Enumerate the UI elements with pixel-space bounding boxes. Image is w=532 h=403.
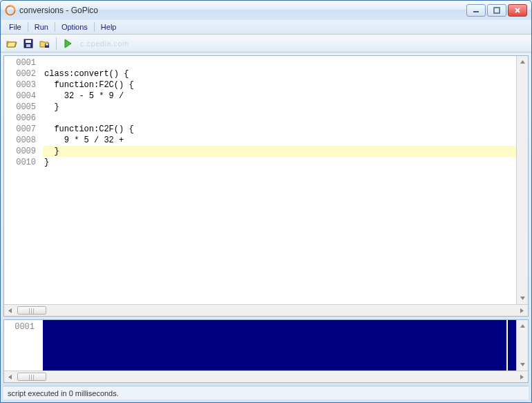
menu-help[interactable]: Help	[95, 21, 122, 32]
editor-pane: 0001000200030004000500060007000800090010…	[3, 55, 529, 317]
line-number: 0005	[4, 102, 36, 113]
scroll-thumb[interactable]	[17, 373, 46, 381]
svg-rect-1	[473, 11, 479, 12]
code-line[interactable]: 9 * 5 / 32 +	[43, 135, 516, 146]
line-number: 0004	[4, 91, 36, 102]
line-number: 0010	[4, 157, 36, 168]
status-text: script executed in 0 milliseconds.	[8, 389, 119, 397]
code-line[interactable]: }	[43, 146, 516, 157]
folder-save-icon	[39, 38, 50, 49]
scroll-thumb[interactable]	[17, 306, 46, 315]
scroll-track[interactable]	[16, 371, 516, 382]
vertical-scrollbar[interactable]	[516, 56, 528, 304]
menu-separator	[55, 22, 55, 32]
scroll-track[interactable]	[16, 305, 516, 316]
toolbar-separator	[56, 37, 57, 50]
svg-rect-2	[494, 8, 500, 13]
window-title: conversions - GoPico	[19, 6, 466, 15]
vertical-scrollbar[interactable]	[516, 320, 528, 371]
menu-separator	[28, 22, 28, 32]
code-line[interactable]: class:convert() {	[43, 68, 516, 79]
scroll-down-icon[interactable]	[517, 292, 528, 304]
line-number: 0002	[4, 68, 36, 79]
svg-rect-7	[46, 44, 48, 45]
statusbar: script executed in 0 milliseconds.	[3, 386, 529, 400]
scroll-up-icon[interactable]	[517, 320, 528, 332]
menubar: File Run Options Help	[1, 20, 531, 35]
window-controls	[466, 4, 527, 17]
save-button[interactable]	[21, 37, 35, 50]
code-line[interactable]: }	[43, 102, 516, 113]
line-number: 0007	[4, 124, 36, 135]
scroll-left-icon[interactable]	[4, 371, 16, 382]
line-number: 0008	[4, 135, 36, 146]
content-area: 0001000200030004000500060007000800090010…	[1, 53, 531, 386]
scroll-right-icon[interactable]	[516, 371, 528, 382]
minimize-button[interactable]	[466, 4, 486, 17]
open-button[interactable]	[5, 37, 19, 50]
menu-options[interactable]: Options	[56, 21, 93, 32]
code-line[interactable]: function:C2F() {	[43, 124, 516, 135]
code-line[interactable]: }	[43, 157, 516, 168]
output-console[interactable]	[43, 320, 516, 371]
horizontal-scrollbar[interactable]	[4, 371, 528, 382]
output-area: 0001	[4, 320, 528, 371]
line-number: 0001	[4, 57, 36, 68]
scroll-left-icon[interactable]	[4, 305, 16, 316]
scroll-track[interactable]	[517, 68, 528, 292]
line-number: 0006	[4, 113, 36, 124]
menu-separator	[94, 22, 95, 32]
save-as-button[interactable]	[38, 37, 52, 50]
line-number: 0009	[4, 146, 36, 157]
toolbar: c.cpedia.com	[1, 35, 531, 53]
app-icon	[5, 5, 16, 16]
line-gutter: 0001000200030004000500060007000800090010	[4, 56, 43, 304]
close-button[interactable]	[508, 4, 527, 17]
menu-file[interactable]: File	[3, 21, 27, 32]
maximize-button[interactable]	[487, 4, 506, 17]
svg-rect-5	[26, 44, 30, 47]
watermark-text: c.cpedia.com	[80, 39, 129, 48]
run-button[interactable]	[61, 37, 75, 50]
output-pane: 0001	[3, 319, 529, 383]
play-icon	[62, 38, 73, 49]
line-number: 0003	[4, 79, 36, 91]
scroll-up-icon[interactable]	[517, 56, 528, 68]
horizontal-scrollbar[interactable]	[4, 304, 528, 316]
output-gutter: 0001	[4, 320, 43, 371]
menu-run[interactable]: Run	[29, 21, 54, 32]
editor-area: 0001000200030004000500060007000800090010…	[4, 56, 528, 304]
code-line[interactable]	[43, 57, 516, 68]
code-editor[interactable]: class:convert() { function:F2C() { 32 - …	[43, 56, 516, 304]
floppy-icon	[23, 38, 34, 49]
line-number: 0001	[4, 321, 35, 332]
code-line[interactable]: function:F2C() {	[43, 79, 516, 91]
folder-open-icon	[6, 38, 17, 49]
scroll-down-icon[interactable]	[517, 359, 528, 371]
titlebar[interactable]: conversions - GoPico	[1, 1, 531, 20]
code-line[interactable]: 32 - 5 * 9 /	[43, 91, 516, 102]
svg-rect-4	[26, 40, 31, 43]
scroll-right-icon[interactable]	[516, 305, 528, 316]
code-line[interactable]	[43, 113, 516, 124]
scroll-track[interactable]	[517, 332, 528, 359]
app-window: conversions - GoPico File Run Options He…	[0, 0, 532, 403]
